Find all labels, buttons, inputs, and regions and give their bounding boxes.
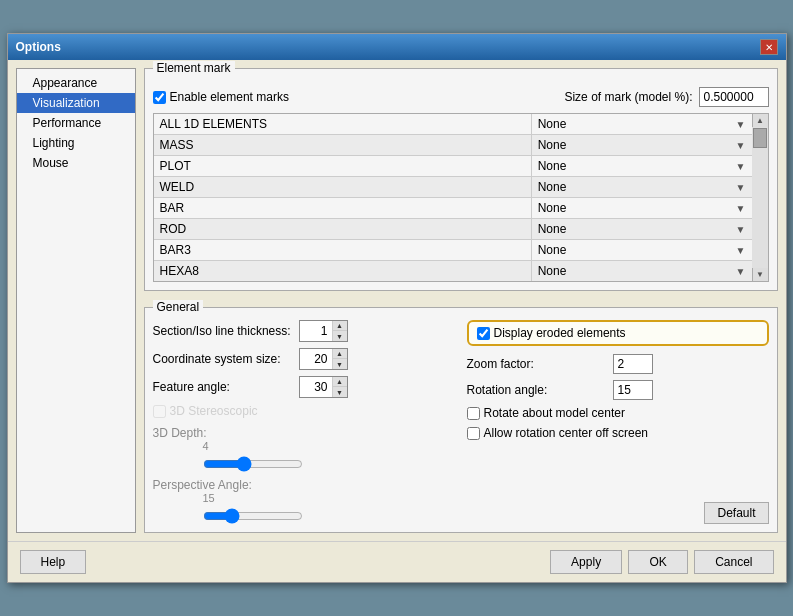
feature-angle-input[interactable]: [300, 377, 332, 397]
general-label: General: [153, 300, 204, 314]
zoom-factor-input[interactable]: [613, 354, 653, 374]
dropdown-arrow-icon[interactable]: ▼: [736, 245, 746, 256]
element-table-container: ALL 1D ELEMENTS None ▼ MASS None ▼ PLOT …: [153, 113, 769, 282]
rotate-model-checkbox-label[interactable]: Rotate about model center: [467, 406, 625, 420]
scroll-down-arrow[interactable]: ▼: [754, 268, 766, 281]
element-value[interactable]: None ▼: [531, 135, 751, 156]
coord-size-row: Coordinate system size: ▲ ▼: [153, 348, 455, 370]
element-table: ALL 1D ELEMENTS None ▼ MASS None ▼ PLOT …: [154, 114, 752, 281]
section-thickness-spinner[interactable]: ▲ ▼: [299, 320, 348, 342]
window-title: Options: [16, 40, 61, 54]
ok-button[interactable]: OK: [628, 550, 688, 574]
sidebar: Appearance Visualization Performance Lig…: [16, 68, 136, 533]
feature-angle-row: Feature angle: ▲ ▼: [153, 376, 455, 398]
depth-label-row: 3D Depth:: [153, 426, 455, 440]
element-value[interactable]: None ▼: [531, 219, 751, 240]
element-name: WELD: [154, 177, 532, 198]
depth-slider-container: 4: [153, 442, 455, 454]
section-thickness-up[interactable]: ▲: [333, 321, 347, 331]
enable-marks-checkbox-label[interactable]: Enable element marks: [153, 90, 289, 104]
element-value[interactable]: None ▼: [531, 198, 751, 219]
size-mark-input[interactable]: [699, 87, 769, 107]
feature-angle-label: Feature angle:: [153, 380, 293, 394]
depth-label: 3D Depth:: [153, 426, 293, 440]
window-body: Appearance Visualization Performance Lig…: [8, 60, 786, 541]
stereo-checkbox: [153, 405, 166, 418]
dropdown-arrow-icon[interactable]: ▼: [736, 182, 746, 193]
perspective-slider-row: Perspective Angle: 15: [153, 478, 455, 524]
rotate-model-checkbox[interactable]: [467, 407, 480, 420]
perspective-slider-input-wrapper: [203, 508, 455, 524]
eroded-checkbox-label[interactable]: Display eroded elements: [477, 326, 626, 340]
rotation-angle-input[interactable]: [613, 380, 653, 400]
sidebar-item-performance[interactable]: Performance: [17, 113, 135, 133]
section-thickness-input[interactable]: [300, 321, 332, 341]
section-thickness-label: Section/Iso line thickness:: [153, 324, 293, 338]
coord-size-up[interactable]: ▲: [333, 349, 347, 359]
main-content: Element mark Enable element marks Size o…: [144, 68, 778, 533]
element-value[interactable]: None ▼: [531, 114, 751, 135]
depth-slider-row: 3D Depth: 4: [153, 426, 455, 472]
zoom-factor-row: Zoom factor:: [467, 354, 769, 374]
sidebar-item-appearance[interactable]: Appearance: [17, 73, 135, 93]
allow-rotation-row: Allow rotation center off screen: [467, 426, 769, 440]
general-right: Display eroded elements Zoom factor: Rot…: [467, 320, 769, 524]
size-mark-label: Size of mark (model %):: [564, 90, 692, 104]
depth-value-label: 4: [203, 440, 209, 452]
rotation-angle-label: Rotation angle:: [467, 383, 607, 397]
apply-button[interactable]: Apply: [550, 550, 622, 574]
sidebar-item-lighting[interactable]: Lighting: [17, 133, 135, 153]
element-value[interactable]: None ▼: [531, 156, 751, 177]
sidebar-item-mouse[interactable]: Mouse: [17, 153, 135, 173]
table-scrollbar[interactable]: ▲ ▼: [752, 114, 768, 281]
rotation-angle-row: Rotation angle:: [467, 380, 769, 400]
sidebar-item-visualization[interactable]: Visualization: [17, 93, 135, 113]
scroll-thumb[interactable]: [753, 128, 767, 148]
general-left: Section/Iso line thickness: ▲ ▼ Coordina…: [153, 320, 455, 524]
coord-size-down[interactable]: ▼: [333, 359, 347, 369]
table-row: BAR3 None ▼: [154, 240, 752, 261]
dropdown-arrow-icon[interactable]: ▼: [736, 140, 746, 151]
stereo-row: 3D Stereoscopic: [153, 404, 455, 418]
dropdown-arrow-icon[interactable]: ▼: [736, 224, 746, 235]
element-name: ALL 1D ELEMENTS: [154, 114, 532, 135]
depth-slider[interactable]: [203, 456, 303, 472]
feature-angle-spin-buttons: ▲ ▼: [332, 377, 347, 397]
feature-angle-down[interactable]: ▼: [333, 387, 347, 397]
help-button[interactable]: Help: [20, 550, 87, 574]
element-name: BAR: [154, 198, 532, 219]
feature-angle-up[interactable]: ▲: [333, 377, 347, 387]
allow-rotation-checkbox-label[interactable]: Allow rotation center off screen: [467, 426, 649, 440]
dropdown-arrow-icon[interactable]: ▼: [736, 161, 746, 172]
perspective-slider[interactable]: [203, 508, 303, 524]
allow-rotation-checkbox[interactable]: [467, 427, 480, 440]
table-row: HEXA8 None ▼: [154, 261, 752, 282]
enable-marks-checkbox[interactable]: [153, 91, 166, 104]
scroll-up-arrow[interactable]: ▲: [754, 114, 766, 127]
dropdown-arrow-icon[interactable]: ▼: [736, 203, 746, 214]
general-group: General Section/Iso line thickness: ▲ ▼: [144, 307, 778, 533]
table-row: ALL 1D ELEMENTS None ▼: [154, 114, 752, 135]
enable-marks-text: Enable element marks: [170, 90, 289, 104]
eroded-checkbox[interactable]: [477, 327, 490, 340]
element-name: MASS: [154, 135, 532, 156]
dropdown-arrow-icon[interactable]: ▼: [736, 266, 746, 277]
section-thickness-spin-buttons: ▲ ▼: [332, 321, 347, 341]
section-thickness-down[interactable]: ▼: [333, 331, 347, 341]
element-value[interactable]: None ▼: [531, 240, 751, 261]
default-btn-container: Default: [467, 502, 769, 524]
table-row: BAR None ▼: [154, 198, 752, 219]
default-button[interactable]: Default: [704, 502, 768, 524]
element-value[interactable]: None ▼: [531, 177, 751, 198]
close-button[interactable]: ✕: [760, 39, 778, 55]
element-name: ROD: [154, 219, 532, 240]
eroded-elements-box: Display eroded elements: [467, 320, 769, 346]
cancel-button[interactable]: Cancel: [694, 550, 773, 574]
dropdown-arrow-icon[interactable]: ▼: [736, 119, 746, 130]
coord-size-spinner[interactable]: ▲ ▼: [299, 348, 348, 370]
eroded-label: Display eroded elements: [494, 326, 626, 340]
element-value[interactable]: None ▼: [531, 261, 751, 282]
table-row: ROD None ▼: [154, 219, 752, 240]
feature-angle-spinner[interactable]: ▲ ▼: [299, 376, 348, 398]
coord-size-input[interactable]: [300, 349, 332, 369]
